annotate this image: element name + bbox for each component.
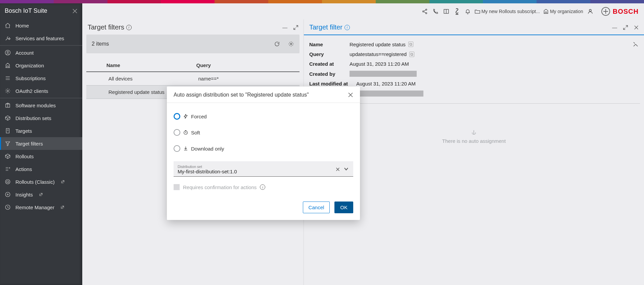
sidebar-item-distribution-sets[interactable]: Distribution sets [0,112,82,124]
sidebar-item-label: Services and features [15,36,64,41]
sidebar: Bosch IoT Suite HomeServices and feature… [0,3,82,285]
list-icon [5,75,11,81]
sidebar-separator [0,45,82,46]
expand-button[interactable] [623,25,628,30]
subscription-selector[interactable]: My new Rollouts subscript... [475,9,540,14]
detail-name-key: Name [309,42,350,47]
sidebar-collapse-button[interactable] [72,8,78,14]
option-label: Soft [191,130,200,135]
info-icon[interactable]: i [344,25,350,30]
confirm-label: Requires confirmation for actions [183,184,257,190]
detail-created-key: Created at [309,61,350,67]
sidebar-item-label: Subscriptions [15,75,46,81]
user-icon[interactable] [587,8,594,15]
info-icon[interactable]: i [126,25,132,30]
chevron-down-icon[interactable] [344,167,349,171]
share-icon[interactable] [421,8,428,15]
sidebar-item-organization[interactable]: Organization [0,59,82,72]
sidebar-item-rollouts[interactable]: Rollouts [0,150,82,163]
phone-icon[interactable] [432,8,439,15]
sidebar-item-targets[interactable]: Targets [0,124,82,137]
detail-created-value: August 31, 2023 11:20 AM [350,61,409,67]
refresh-button[interactable] [274,41,280,47]
detail-modified-value: August 31, 2023 11:20 AM [356,81,416,87]
brand-wordmark: BOSCH [613,8,639,15]
sidebar-item-oauth2-clients[interactable]: OAuth2 clients [0,84,82,97]
redacted-value [350,71,417,77]
action-icon [5,166,11,172]
org-icon [5,62,11,68]
sidebar-item-label: Home [15,23,29,28]
accent-underline [304,35,644,35]
sidebar-item-services-and-features[interactable]: Services and features [0,32,82,45]
bell-icon[interactable] [464,8,471,15]
distribution-set-select[interactable]: Distribution set My-first-distribution-s… [174,161,353,177]
insight-icon [5,191,11,197]
option-label: Forced [191,114,207,119]
external-link-icon [61,180,65,184]
minimize-button[interactable]: — [282,24,287,30]
close-button[interactable] [634,25,639,30]
folder-icon [475,9,480,14]
detail-query-value: updatestatus==registered [350,51,407,57]
sidebar-item-account[interactable]: Account [0,46,82,59]
table-row[interactable]: All devicesname==* [86,72,300,86]
radio-button[interactable] [174,113,180,120]
sidebar-item-label: Distribution sets [15,115,51,121]
sidebar-item-label: Account [15,50,34,56]
sidebar-item-software-modules[interactable]: Software modules [0,99,82,112]
sidebar-item-remote-manager[interactable]: Remote Manager [0,201,82,214]
sidebar-item-insights[interactable]: Insights [0,188,82,201]
home-icon [5,22,11,28]
panel-actions: — [282,24,298,30]
action-type-option[interactable]: Download only [174,145,353,152]
option-label: Download only [191,146,224,152]
info-icon[interactable]: i [260,184,265,190]
close-icon [348,92,353,98]
clear-button[interactable] [336,167,340,171]
expand-button[interactable] [293,25,298,30]
confirm-checkbox[interactable] [174,184,180,190]
dialog-close-button[interactable] [348,92,353,98]
ok-button[interactable]: OK [334,202,353,213]
sidebar-item-rollouts-classic-[interactable]: Rollouts (Classic) [0,175,82,188]
action-type-option[interactable]: Soft [174,129,353,136]
tools-button[interactable] [633,41,639,47]
org-icon [543,9,549,14]
copy-icon[interactable]: ⧉ [408,42,413,47]
organization-label: My organization [550,9,583,14]
book-icon[interactable] [443,8,450,15]
bosch-symbol-icon [601,7,610,16]
panel-title-row: Target filters i [88,23,132,31]
copy-icon[interactable]: ⧉ [409,52,414,57]
main-area: My new Rollouts subscript... My organiza… [82,3,644,285]
legal-icon[interactable] [453,8,461,15]
classic-icon [5,179,11,185]
detail-createdby-row: Created by [308,69,640,79]
action-type-option[interactable]: Forced [174,113,353,120]
minimize-button[interactable]: — [612,24,617,30]
sidebar-item-label: Targets [15,128,32,134]
detail-created-row: Created at August 31, 2023 11:20 AM [308,59,640,69]
sidebar-item-subscriptions[interactable]: Subscriptions [0,72,82,84]
panel-title: Target filter [309,23,342,31]
organization-selector[interactable]: My organization [543,9,583,14]
sidebar-item-label: Rollouts (Classic) [15,179,55,185]
sidebar-item-home[interactable]: Home [0,19,82,32]
dialog-title: Auto assign distribution set to "Registe… [174,92,309,98]
sidebar-item-target-filters[interactable]: Target filters [0,137,82,150]
cube-icon [5,153,11,159]
cancel-button[interactable]: Cancel [303,202,330,213]
bolt-icon [183,114,188,119]
panel-header: Target filters i — [86,23,300,35]
radio-button[interactable] [174,129,180,136]
detail-name-value: Registered update status [350,42,406,47]
detail-modified-key: Last modified at [309,81,356,87]
no-auto-text: There is no auto assignment [442,138,506,144]
wrench-icon [5,35,11,41]
settings-button[interactable] [288,41,294,47]
radio-button[interactable] [174,145,180,152]
sidebar-item-actions[interactable]: Actions [0,163,82,175]
auto-assign-dialog: Auto assign distribution set to "Registe… [167,87,360,220]
row-name: All devices [106,76,196,81]
